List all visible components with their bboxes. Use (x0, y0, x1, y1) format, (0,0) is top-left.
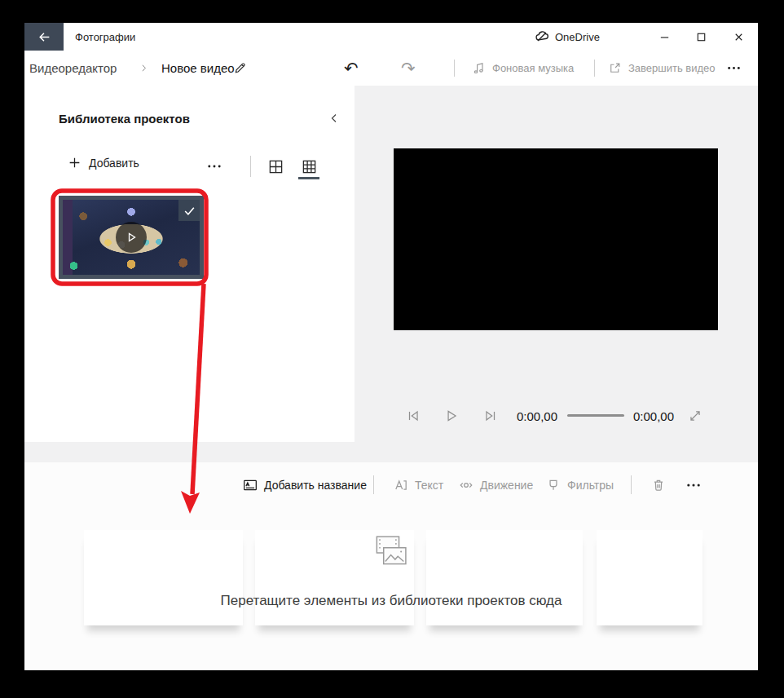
toolbar-divider (594, 60, 595, 77)
delete-trash-button[interactable] (651, 474, 666, 497)
fullscreen-expand-icon[interactable] (686, 405, 704, 426)
filters-button[interactable]: Фильтры (546, 474, 614, 497)
timeline-slot[interactable] (84, 530, 243, 625)
minimize-button[interactable] (646, 23, 683, 51)
grid-view-selected-underline (298, 177, 319, 179)
play-button[interactable] (443, 405, 460, 426)
finish-video-label: Завершить видео (628, 62, 716, 74)
add-media-label: Добавить (89, 157, 139, 170)
library-divider (250, 156, 251, 177)
plus-icon (68, 156, 81, 170)
maximize-button[interactable] (683, 23, 720, 51)
photos-app-window: Фотографии OneDrive Видеоредактор (24, 23, 758, 670)
play-overlay-icon[interactable] (116, 222, 147, 253)
timeline-slot[interactable] (255, 530, 414, 625)
breadcrumb-videoeditor[interactable]: Видеоредактор (29, 51, 117, 86)
timeline-section: Добавить название Текст Движение Фильтры (24, 462, 758, 670)
rename-pencil-icon[interactable] (233, 51, 247, 86)
text-label: Текст (415, 479, 443, 492)
text-button[interactable]: Текст (394, 474, 443, 497)
onedrive-status[interactable]: OneDrive (535, 23, 600, 51)
breadcrumb-project-name[interactable]: Новое видео (161, 51, 235, 86)
elapsed-time: 0:00,00 (512, 405, 562, 426)
timeline-divider (373, 475, 374, 494)
title-card-icon (243, 478, 258, 493)
selection-checkmark-icon[interactable] (178, 200, 200, 221)
motion-label: Движение (480, 479, 533, 492)
motion-icon (459, 478, 473, 493)
timeline-divider (631, 475, 632, 494)
add-title-card-button[interactable]: Добавить название (243, 474, 367, 497)
breadcrumb-chevron-icon (139, 51, 149, 86)
background-music-button[interactable]: Фоновая музыка (472, 51, 574, 86)
library-more-button[interactable] (207, 159, 222, 174)
timeline-placeholder-row (24, 530, 758, 625)
total-time: 0:00,00 (628, 405, 679, 426)
grid-view-small-icon[interactable] (302, 159, 317, 174)
redo-button[interactable]: ↷ (401, 51, 416, 86)
screenshot-stage: Фотографии OneDrive Видеоредактор (0, 0, 784, 698)
undo-button[interactable]: ↶ (344, 51, 359, 86)
previous-frame-button[interactable] (404, 405, 422, 426)
toolbar-divider (454, 60, 455, 77)
project-library-panel: Библиотека проектов Добавить (24, 86, 355, 442)
add-title-label: Добавить название (264, 479, 367, 492)
editor-toolbar: Видеоредактор Новое видео ↶ ↷ Фоновая му… (24, 51, 758, 86)
filters-icon (546, 478, 561, 493)
onedrive-cloud-icon (535, 29, 549, 44)
add-media-button[interactable]: Добавить (68, 156, 139, 170)
back-button[interactable] (24, 23, 64, 51)
timeline-slot[interactable] (597, 530, 703, 625)
content-area: Библиотека проектов Добавить (24, 86, 758, 462)
seek-slider[interactable] (567, 414, 624, 417)
title-bar: Фотографии OneDrive (24, 23, 758, 51)
library-title: Библиотека проектов (59, 112, 190, 126)
timeline-slot[interactable] (426, 530, 583, 625)
finish-video-button[interactable]: Завершить видео (608, 51, 716, 86)
app-title: Фотографии (75, 23, 135, 51)
more-options-button[interactable] (727, 51, 741, 86)
video-thumbnail-selected[interactable] (59, 196, 204, 279)
back-arrow-icon (37, 30, 51, 44)
video-preview[interactable] (394, 148, 718, 330)
onedrive-label: OneDrive (555, 31, 600, 43)
grid-view-large-icon[interactable] (268, 159, 284, 174)
next-frame-button[interactable] (482, 405, 500, 426)
background-music-label: Фоновая музыка (492, 62, 574, 74)
timeline-more-button[interactable] (686, 474, 701, 497)
filters-label: Фильтры (567, 479, 614, 492)
motion-button[interactable]: Движение (459, 474, 533, 497)
close-button[interactable] (720, 23, 757, 51)
music-note-icon (472, 61, 486, 75)
export-share-icon (608, 61, 622, 75)
text-tool-icon (394, 478, 408, 493)
collapse-panel-button[interactable] (328, 112, 341, 125)
